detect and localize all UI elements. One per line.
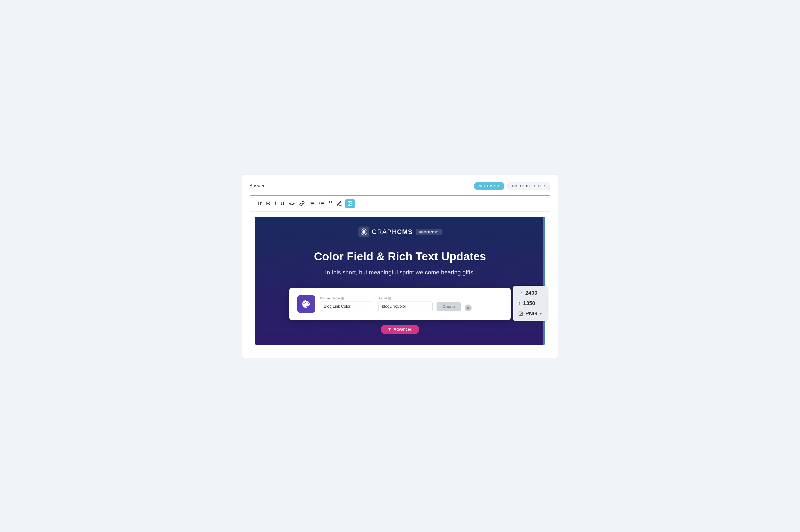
width-icon: ↔ <box>518 290 523 296</box>
editor-wrapper: Tt B I U <> 1. 2. 3. <box>249 195 551 350</box>
palette-icon <box>301 299 311 309</box>
graphcms-logo: GRAPHCMS <box>358 227 413 238</box>
height-row: ↕ 1350 <box>518 300 542 306</box>
image-button[interactable] <box>345 200 355 208</box>
release-notes-badge[interactable]: Release Notes <box>416 229 442 235</box>
svg-point-18 <box>308 303 309 304</box>
italic-button[interactable]: I <box>273 200 278 207</box>
api-id-info-icon[interactable]: i <box>388 297 391 300</box>
format-chevron-icon[interactable]: ▼ <box>539 312 542 316</box>
svg-point-9 <box>319 202 320 203</box>
height-icon: ↕ <box>518 301 521 306</box>
display-name-label: Display Name i <box>320 296 374 300</box>
underline-button[interactable]: U <box>279 200 286 207</box>
main-title: Color Field & Rich Text Updates <box>314 250 486 263</box>
header-row: Answer SET EMPTY RICHTEXT EDITOR <box>249 182 551 190</box>
api-id-input[interactable] <box>378 302 433 311</box>
width-row: ↔ 2400 <box>518 290 542 296</box>
display-name-info-icon[interactable]: i <box>341 297 345 300</box>
pen-button[interactable] <box>335 200 343 207</box>
graphcms-text: GRAPHCMS <box>372 228 413 236</box>
link-button[interactable] <box>298 200 306 207</box>
graphcms-header: GRAPHCMS Release Notes <box>358 227 442 238</box>
unordered-list-button[interactable] <box>318 200 326 207</box>
graphcms-image-panel: GRAPHCMS Release Notes Color Field & Ric… <box>255 217 545 345</box>
svg-point-10 <box>319 203 320 204</box>
sub-title: In this short, but meaningful sprint we … <box>325 269 475 276</box>
main-container: Answer SET EMPTY RICHTEXT EDITOR Tt B I … <box>242 174 558 358</box>
close-button[interactable] <box>465 304 471 311</box>
header-buttons: SET EMPTY RICHTEXT EDITOR <box>474 182 551 190</box>
format-image-icon <box>518 311 523 316</box>
display-name-input[interactable] <box>320 302 374 311</box>
text-type-button[interactable]: Tt <box>255 200 263 207</box>
svg-point-15 <box>303 303 305 304</box>
quote-button[interactable]: " <box>328 199 334 208</box>
display-name-field-group: Display Name i <box>320 296 374 311</box>
api-id-label: API Id i <box>378 296 433 300</box>
svg-point-22 <box>520 312 521 313</box>
advanced-button[interactable]: ▼ Advanced <box>381 325 419 334</box>
format-value: PNG <box>525 310 537 317</box>
toolbar: Tt B I U <> 1. 2. 3. <box>250 196 550 212</box>
width-value: 2400 <box>525 290 537 296</box>
height-value: 1350 <box>523 300 535 306</box>
code-button[interactable]: <> <box>287 200 296 207</box>
color-field-icon <box>297 295 315 313</box>
form-fields: Display Name i API Id i <box>320 296 503 311</box>
form-card: Display Name i API Id i <box>290 288 510 320</box>
create-button[interactable]: Create <box>436 302 461 311</box>
set-empty-button[interactable]: SET EMPTY <box>474 182 504 190</box>
richtext-editor-button[interactable]: RICHTEXT EDITOR <box>507 182 551 190</box>
vertical-scrollbar[interactable] <box>543 217 545 345</box>
svg-point-16 <box>305 302 306 303</box>
graphcms-logo-icon <box>358 227 369 238</box>
image-block-wrapper: GRAPHCMS Release Notes Color Field & Ric… <box>255 217 545 345</box>
svg-point-17 <box>307 302 308 303</box>
chevron-down-icon: ▼ <box>388 327 392 331</box>
api-id-field-group: API Id i <box>378 296 433 311</box>
svg-point-11 <box>319 205 320 205</box>
advanced-row: ▼ Advanced <box>381 325 419 334</box>
answer-label: Answer <box>249 183 264 189</box>
svg-text:3.: 3. <box>310 204 311 206</box>
svg-point-13 <box>349 202 350 203</box>
format-row: PNG ▼ <box>518 310 542 317</box>
bold-button[interactable]: B <box>265 200 272 207</box>
ordered-list-button[interactable]: 1. 2. 3. <box>308 200 316 207</box>
side-panel: ↔ 2400 ↕ 1350 PNG ▼ <box>513 286 547 321</box>
editor-content: GRAPHCMS Release Notes Color Field & Ric… <box>250 212 550 350</box>
